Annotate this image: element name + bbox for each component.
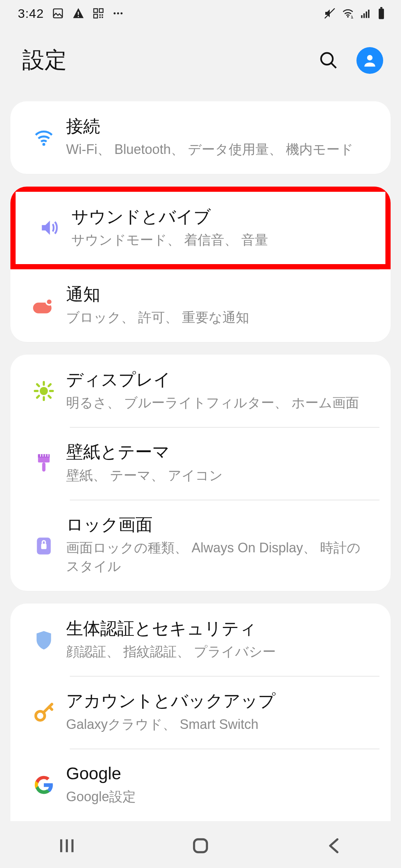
profile-button[interactable] xyxy=(356,47,383,74)
svg-rect-4 xyxy=(100,9,103,13)
signal-icon xyxy=(360,8,371,19)
row-title: ディスプレイ xyxy=(66,369,372,390)
svg-line-33 xyxy=(37,396,39,398)
svg-rect-50 xyxy=(194,839,207,852)
row-title: Google xyxy=(66,763,372,784)
svg-rect-43 xyxy=(41,544,47,549)
battery-icon xyxy=(377,7,385,20)
svg-point-12 xyxy=(121,12,123,14)
settings-group: 接続 Wi-Fi、 Bluetooth、 データ使用量、 機内モード xyxy=(10,101,391,174)
row-title: ロック画面 xyxy=(66,514,372,535)
more-dots-icon xyxy=(112,7,124,19)
navigation-bar xyxy=(0,823,401,868)
settings-row-wallpaper[interactable]: 壁紙とテーマ 壁紙、 テーマ、 アイコン xyxy=(10,427,391,500)
row-title: 壁紙とテーマ xyxy=(66,442,372,462)
nav-recents-button[interactable] xyxy=(57,836,76,855)
google-icon xyxy=(22,775,66,795)
svg-rect-5 xyxy=(94,14,98,18)
settings-group: サウンドとバイブ サウンドモード、 着信音、 音量 通知 ブロック、 許可、 重… xyxy=(10,187,391,342)
svg-rect-17 xyxy=(368,10,369,18)
svg-rect-18 xyxy=(379,9,384,19)
brightness-icon xyxy=(22,380,66,402)
svg-point-26 xyxy=(40,387,48,395)
row-subtitle: 明るさ、 ブルーライトフィルター、 ホーム画面 xyxy=(66,394,372,412)
settings-row-accounts[interactable]: アカウントとバックアップ Galaxyクラウド、 Smart Switch xyxy=(10,676,391,749)
shield-icon xyxy=(22,629,66,651)
sound-icon xyxy=(27,217,71,239)
row-subtitle: 画面ロックの種類、 Always On Display、 時計のスタイル xyxy=(66,539,372,576)
svg-rect-14 xyxy=(361,15,363,18)
svg-point-22 xyxy=(367,55,373,60)
nav-back-button[interactable] xyxy=(325,836,344,855)
status-left: 3:42 xyxy=(18,6,124,21)
row-title: アカウントとバックアップ xyxy=(66,691,372,711)
status-bar: 3:42 xyxy=(0,0,401,27)
row-title: 通知 xyxy=(66,284,372,305)
paint-brush-icon xyxy=(22,453,66,474)
row-subtitle: 壁紙、 テーマ、 アイコン xyxy=(66,466,372,485)
settings-row-sound[interactable]: サウンドとバイブ サウンドモード、 着信音、 音量 xyxy=(10,187,391,270)
svg-rect-15 xyxy=(363,13,365,18)
svg-rect-1 xyxy=(78,12,79,15)
row-subtitle: Google設定 xyxy=(66,788,372,806)
svg-point-20 xyxy=(321,53,333,65)
svg-point-10 xyxy=(114,12,115,14)
settings-group: ディスプレイ 明るさ、 ブルーライトフィルター、 ホーム画面 壁紙とテーマ 壁紙… xyxy=(10,355,391,591)
row-subtitle: ブロック、 許可、 重要な通知 xyxy=(66,308,372,327)
search-button[interactable] xyxy=(319,50,339,70)
svg-rect-16 xyxy=(366,11,367,18)
svg-rect-2 xyxy=(78,16,79,17)
wifi-icon xyxy=(22,127,66,148)
notification-icon xyxy=(22,297,66,315)
status-time: 3:42 xyxy=(18,6,44,21)
svg-line-32 xyxy=(49,396,50,398)
svg-rect-6 xyxy=(100,14,101,16)
row-subtitle: Galaxyクラウド、 Smart Switch xyxy=(66,715,372,734)
settings-row-google[interactable]: Google Google設定 xyxy=(10,749,391,821)
settings-row-display[interactable]: ディスプレイ 明るさ、 ブルーライトフィルター、 ホーム画面 xyxy=(10,355,391,427)
settings-group: 生体認証とセキュリティ 顔認証、 指紋認証、 プライバシー アカウントとバックア… xyxy=(10,604,391,821)
svg-rect-37 xyxy=(42,463,46,472)
svg-point-23 xyxy=(42,143,45,146)
mute-icon xyxy=(324,7,336,19)
svg-line-31 xyxy=(37,384,39,386)
row-title: サウンドとバイブ xyxy=(71,207,367,227)
svg-rect-7 xyxy=(102,14,103,16)
wifi-icon xyxy=(342,7,354,20)
settings-row-biometrics[interactable]: 生体認証とセキュリティ 顔認証、 指紋認証、 プライバシー xyxy=(10,604,391,676)
warning-icon xyxy=(72,7,85,20)
row-title: 生体認証とセキュリティ xyxy=(66,618,372,639)
lock-icon xyxy=(22,535,66,556)
nav-home-button[interactable] xyxy=(191,836,210,855)
key-icon xyxy=(22,701,66,723)
qr-icon xyxy=(93,8,104,19)
svg-line-34 xyxy=(49,384,50,386)
row-subtitle: 顔認証、 指紋認証、 プライバシー xyxy=(66,642,372,661)
svg-line-46 xyxy=(49,707,52,710)
header: 設定 xyxy=(0,27,401,101)
page-title: 設定 xyxy=(22,45,67,75)
svg-rect-0 xyxy=(53,9,62,18)
settings-row-connections[interactable]: 接続 Wi-Fi、 Bluetooth、 データ使用量、 機内モード xyxy=(10,101,391,174)
settings-row-notifications[interactable]: 通知 ブロック、 許可、 重要な通知 xyxy=(10,269,391,342)
status-right xyxy=(324,7,385,20)
svg-rect-8 xyxy=(100,17,101,18)
row-subtitle: サウンドモード、 着信音、 音量 xyxy=(71,231,367,249)
row-title: 接続 xyxy=(66,116,372,137)
svg-point-25 xyxy=(46,299,52,305)
settings-row-lockscreen[interactable]: ロック画面 画面ロックの種類、 Always On Display、 時計のスタ… xyxy=(10,500,391,591)
svg-rect-3 xyxy=(94,9,98,13)
row-subtitle: Wi-Fi、 Bluetooth、 データ使用量、 機内モード xyxy=(66,140,372,159)
svg-rect-9 xyxy=(102,17,103,18)
svg-rect-19 xyxy=(380,7,382,9)
svg-line-21 xyxy=(331,63,336,68)
svg-point-11 xyxy=(117,12,119,14)
image-icon xyxy=(52,7,64,19)
